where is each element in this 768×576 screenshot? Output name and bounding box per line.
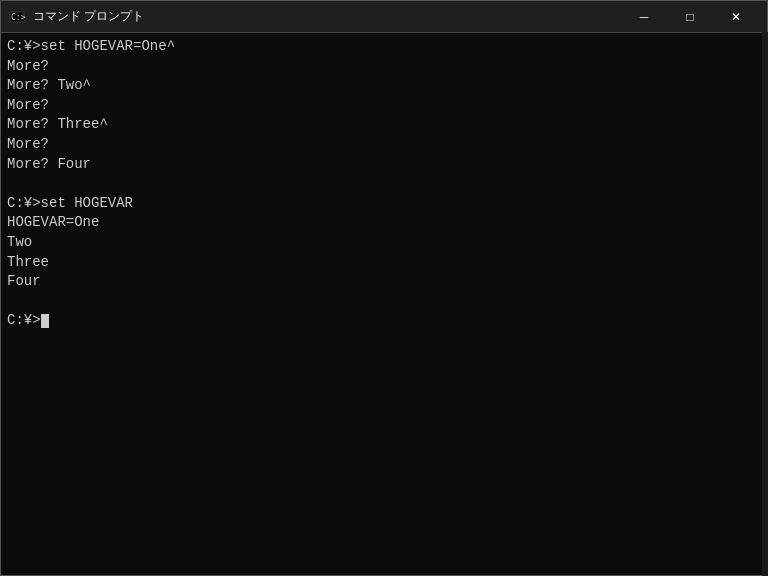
console-line-6: More? xyxy=(7,135,761,155)
console-line-11: Two xyxy=(7,233,761,253)
console-line-3: More? Two^ xyxy=(7,76,761,96)
console-output[interactable]: C:¥>set HOGEVAR=One^ More? More? Two^ Mo… xyxy=(1,33,767,575)
console-line-9: C:¥>set HOGEVAR xyxy=(7,194,761,214)
console-line-12: Three xyxy=(7,253,761,273)
cmd-window: C:> コマンド プロンプト ─ □ ✕ C:¥>set HOGEVAR=One… xyxy=(0,0,768,576)
console-line-5: More? Three^ xyxy=(7,115,761,135)
maximize-button[interactable]: □ xyxy=(667,1,713,33)
console-line-2: More? xyxy=(7,57,761,77)
console-line-13: Four xyxy=(7,272,761,292)
scrollbar[interactable] xyxy=(762,32,768,576)
cmd-icon: C:> xyxy=(9,9,25,25)
console-line-7: More? Four xyxy=(7,155,761,175)
console-line-15: C:¥> xyxy=(7,311,761,331)
svg-text:C:>: C:> xyxy=(11,13,25,22)
console-line-8 xyxy=(7,174,761,194)
console-line-4: More? xyxy=(7,96,761,116)
console-line-10: HOGEVAR=One xyxy=(7,213,761,233)
window-title: コマンド プロンプト xyxy=(33,8,621,25)
cursor xyxy=(41,314,49,328)
console-line-14 xyxy=(7,292,761,312)
console-line-1: C:¥>set HOGEVAR=One^ xyxy=(7,37,761,57)
window-controls: ─ □ ✕ xyxy=(621,1,759,33)
close-button[interactable]: ✕ xyxy=(713,1,759,33)
minimize-button[interactable]: ─ xyxy=(621,1,667,33)
title-bar: C:> コマンド プロンプト ─ □ ✕ xyxy=(1,1,767,33)
